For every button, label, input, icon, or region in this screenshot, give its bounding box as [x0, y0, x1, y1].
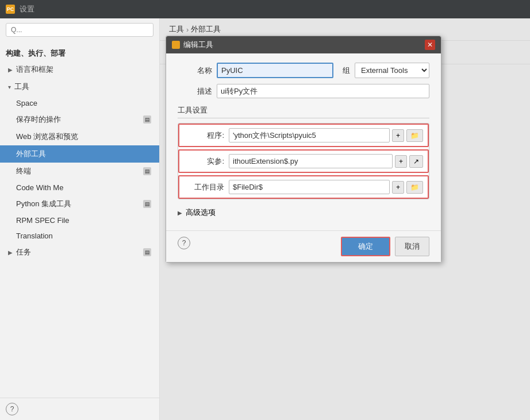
desc-input[interactable] [217, 84, 429, 98]
sidebar-item-tasks[interactable]: ▶ 任务 ▤ [0, 244, 159, 261]
sidebar-item-translation-label: Translation [16, 232, 53, 240]
name-input[interactable] [217, 63, 333, 78]
form-row-desc: 描述 [178, 84, 429, 98]
program-add-btn[interactable]: + [392, 129, 404, 142]
title-bar: PC 设置 [0, 0, 530, 18]
edit-tool-dialog: 编辑工具 ✕ 名称 组 External T [166, 36, 441, 263]
workdir-browse-btn[interactable]: 📁 [406, 181, 423, 194]
args-label: 实参: [184, 156, 224, 167]
sidebar-item-rpm-spec[interactable]: RPM SPEC File [0, 213, 159, 228]
tool-settings-section: 工具设置 程序: + 📁 [178, 105, 429, 221]
args-add-btn[interactable]: + [395, 155, 407, 168]
workdir-input[interactable] [229, 180, 390, 194]
sidebar-item-web-browser[interactable]: Web 浏览器和预览 [0, 128, 159, 145]
desc-label: 描述 [178, 86, 212, 97]
args-input[interactable] [229, 154, 393, 168]
advanced-label: 高级选项 [186, 207, 216, 218]
args-field-container: + ↗ [229, 154, 423, 168]
sidebar-item-lang-label: 语言和框架 [16, 64, 53, 75]
dialog-close-button[interactable]: ✕ [425, 40, 435, 50]
sidebar-bottom: ? [0, 398, 159, 420]
sidebar-item-code-with-me[interactable]: Code With Me [0, 180, 159, 195]
sidebar-item-space[interactable]: Space [0, 95, 159, 111]
workdir-field-container: + 📁 [229, 180, 423, 194]
sidebar-item-build-label: 构建、执行、部署 [6, 48, 66, 59]
python-tools-icon: ▤ [143, 200, 151, 208]
dialog-body: 名称 组 External Tools 描述 [166, 53, 441, 230]
dialog-title-text: 编辑工具 [183, 40, 213, 50]
sidebar-item-save-ops[interactable]: 保存时的操作 ▤ [0, 111, 159, 128]
sidebar-item-lang[interactable]: ▶ 语言和框架 [0, 61, 159, 78]
sidebar-nav: 构建、执行、部署 ▶ 语言和框架 ▾ 工具 Space [0, 41, 159, 398]
search-area [0, 18, 159, 41]
dialog-help-button[interactable]: ? [178, 237, 190, 249]
dialog-footer: ? 确定 取消 [166, 230, 441, 262]
name-label: 名称 [178, 65, 212, 76]
sidebar-item-python-tools-label: Python 集成工具 [16, 199, 71, 209]
tasks-chevron-icon: ▶ [8, 249, 13, 256]
search-input[interactable] [6, 23, 153, 37]
help-button[interactable]: ? [6, 403, 18, 415]
sidebar-item-external-tools[interactable]: 外部工具 [0, 145, 159, 163]
chevron-right-icon: ▶ [8, 67, 13, 73]
sidebar-item-tasks-label: 任务 [16, 247, 31, 257]
sidebar-item-web-browser-label: Web 浏览器和预览 [16, 132, 78, 142]
advanced-options-row[interactable]: ▶ 高级选项 [178, 204, 429, 221]
dialog-title-content: 编辑工具 [172, 40, 213, 50]
sidebar-item-code-with-me-label: Code With Me [16, 183, 63, 192]
sidebar-item-translation[interactable]: Translation [0, 228, 159, 244]
sidebar-item-save-ops-label: 保存时的操作 [16, 114, 61, 125]
sidebar-item-tools-label: 工具 [14, 82, 29, 92]
advanced-arrow-icon: ▶ [178, 210, 182, 216]
program-browse-btn[interactable]: 📁 [406, 129, 423, 142]
program-label: 程序: [184, 130, 224, 141]
workdir-add-btn[interactable]: + [392, 181, 404, 194]
program-input[interactable] [229, 128, 390, 142]
main-window: PC 设置 构建、执行、部署 ▶ 语言和框架 ▾ [0, 0, 530, 420]
program-group: 程序: + 📁 实参: [178, 123, 429, 199]
sidebar-item-space-label: Space [16, 99, 37, 107]
program-field-container: + 📁 [229, 128, 423, 142]
ok-button[interactable]: 确定 [341, 237, 390, 256]
app-icon: PC [6, 5, 15, 14]
group-label: 组 [343, 65, 350, 76]
group-select-container: External Tools [355, 63, 429, 78]
tasks-icon: ▤ [143, 248, 151, 256]
form-row-program: 程序: + 📁 [178, 124, 429, 147]
chevron-down-icon: ▾ [8, 84, 11, 90]
group-select[interactable]: External Tools [355, 63, 429, 78]
sidebar-item-python-tools[interactable]: Python 集成工具 ▤ [0, 195, 159, 213]
form-row-workdir: 工作目录 + 📁 [178, 175, 429, 199]
sidebar: 构建、执行、部署 ▶ 语言和框架 ▾ 工具 Space [0, 18, 160, 420]
tool-settings-title: 工具设置 [178, 105, 429, 118]
sidebar-item-external-tools-label: 外部工具 [16, 149, 46, 159]
dialog-icon [172, 41, 180, 49]
sidebar-item-rpm-spec-label: RPM SPEC File [16, 216, 69, 225]
sidebar-item-build: 构建、执行、部署 [0, 44, 159, 61]
dialog-overlay: 编辑工具 ✕ 名称 组 External T [160, 18, 530, 420]
terminal-icon: ▤ [143, 167, 151, 175]
sidebar-item-tools[interactable]: ▾ 工具 [0, 78, 159, 95]
form-row-args: 实参: + ↗ [178, 149, 429, 173]
sidebar-item-terminal-label: 终端 [16, 166, 31, 176]
dialog-title-bar: 编辑工具 ✕ [166, 36, 441, 53]
sidebar-item-terminal[interactable]: 终端 ▤ [0, 163, 159, 180]
settings-body: 构建、执行、部署 ▶ 语言和框架 ▾ 工具 Space [0, 18, 530, 420]
save-ops-icon: ▤ [143, 115, 151, 124]
workdir-label: 工作目录 [184, 182, 224, 192]
window-title: 设置 [20, 4, 34, 14]
form-row-name: 名称 组 External Tools [178, 63, 429, 78]
args-expand-btn[interactable]: ↗ [409, 155, 423, 168]
cancel-button[interactable]: 取消 [395, 237, 429, 256]
main-content: 工具 › 外部工具 + − ✎ ▲ ▼ ❐ ▾ ✓ External Tools [160, 18, 530, 420]
